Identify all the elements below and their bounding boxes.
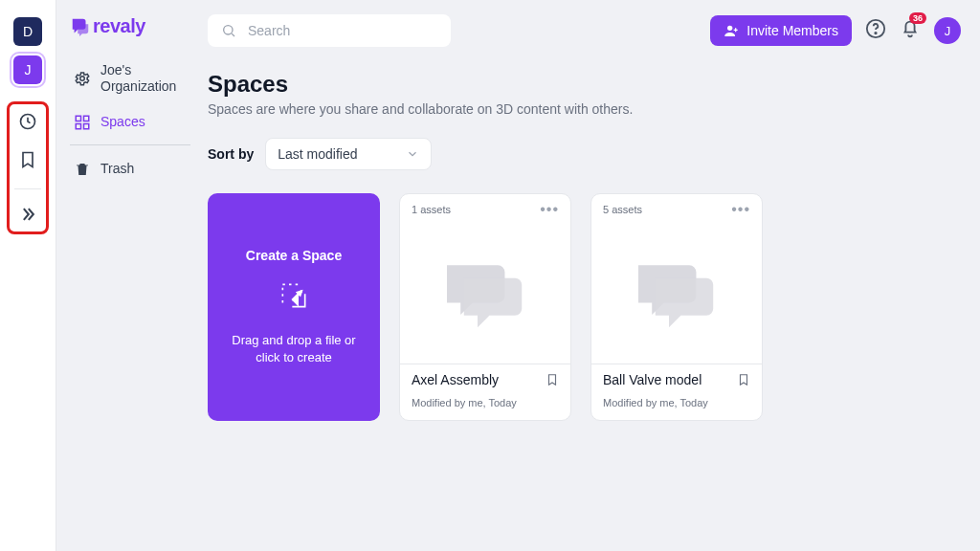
workspace-rail: D J (0, 0, 56, 551)
bookmark-icon[interactable] (18, 150, 37, 173)
page-title: Spaces (208, 71, 961, 98)
bookmark-icon[interactable] (546, 373, 559, 386)
notification-badge: 36 (909, 12, 926, 24)
space-name: Axel Assembly (412, 372, 499, 387)
sort-value: Last modified (278, 146, 357, 162)
svg-point-7 (727, 26, 732, 31)
space-meta: Modified by me, Today (412, 397, 559, 408)
asset-count: 1 assets (412, 204, 451, 215)
sort-select[interactable]: Last modified (265, 138, 432, 170)
sidebar-item-label: Spaces (100, 114, 145, 130)
invite-label: Invite Members (746, 23, 838, 38)
person-add-icon (724, 23, 739, 38)
sidebar-item-label: Joe's Organization (100, 62, 187, 95)
recent-icon[interactable] (18, 112, 37, 135)
search-input[interactable] (246, 22, 437, 39)
sidebar-item-trash[interactable]: Trash (70, 151, 190, 187)
app-shell: revaly Joe's Organization Spaces Trash (56, 0, 980, 551)
svg-rect-5 (84, 123, 89, 128)
svg-point-9 (875, 33, 876, 33)
sidenav: Joe's Organization Spaces Trash (70, 53, 190, 187)
create-description: Drag and drop a file or click to create (227, 332, 361, 366)
help-icon[interactable] (865, 18, 886, 43)
sort-label: Sort by (208, 146, 254, 162)
workspace-switch-d[interactable]: D (13, 17, 42, 46)
user-avatar[interactable]: J (934, 17, 961, 44)
sidebar: revaly Joe's Organization Spaces Trash (56, 0, 198, 551)
asset-count: 5 assets (603, 204, 642, 215)
space-card[interactable]: 5 assets ••• Ball Valve model Modified b… (590, 193, 763, 421)
sort-row: Sort by Last modified (208, 138, 961, 170)
sidebar-item-spaces[interactable]: Spaces (70, 104, 190, 141)
space-card[interactable]: 1 assets ••• Axel Assembly Modified by m… (399, 193, 571, 421)
trash-icon (74, 161, 91, 178)
space-meta: Modified by me, Today (603, 397, 750, 408)
svg-point-1 (80, 77, 85, 81)
rail-divider (14, 188, 41, 189)
logo-text: revaly (93, 15, 145, 37)
svg-rect-4 (76, 123, 80, 128)
svg-rect-2 (76, 116, 80, 121)
search-icon (221, 23, 236, 38)
card-menu-icon[interactable]: ••• (540, 206, 559, 213)
topbar: Invite Members 36 J (198, 0, 980, 61)
expand-rail-icon[interactable] (18, 205, 37, 228)
sidebar-item-label: Trash (100, 161, 134, 177)
card-menu-icon[interactable]: ••• (731, 206, 750, 213)
create-title: Create a Space (246, 248, 342, 263)
rail-highlight-group (7, 101, 49, 234)
space-name: Ball Valve model (603, 372, 702, 387)
invite-members-button[interactable]: Invite Members (710, 15, 852, 46)
create-icon (275, 276, 313, 319)
page-subtitle: Spaces are where you share and collabora… (208, 101, 961, 117)
svg-point-6 (224, 26, 233, 34)
gear-icon (74, 70, 91, 87)
bookmark-icon[interactable] (737, 373, 750, 386)
spaces-grid: Create a Space Drag and drop a file or c… (208, 193, 961, 421)
logo[interactable]: revaly (70, 15, 190, 37)
create-space-card[interactable]: Create a Space Drag and drop a file or c… (208, 193, 380, 421)
workspace-switch-j[interactable]: J (13, 55, 42, 84)
space-thumbnail (400, 217, 570, 364)
chevron-down-icon (406, 147, 419, 161)
search-box[interactable] (208, 14, 451, 47)
space-thumbnail (591, 217, 762, 364)
sidebar-item-organization[interactable]: Joe's Organization (70, 53, 190, 104)
main-content: Spaces Spaces are where you share and co… (198, 61, 980, 551)
sidebar-divider (70, 144, 190, 145)
notifications-icon[interactable]: 36 (900, 18, 921, 43)
svg-rect-3 (84, 116, 89, 121)
grid-icon (74, 114, 91, 131)
